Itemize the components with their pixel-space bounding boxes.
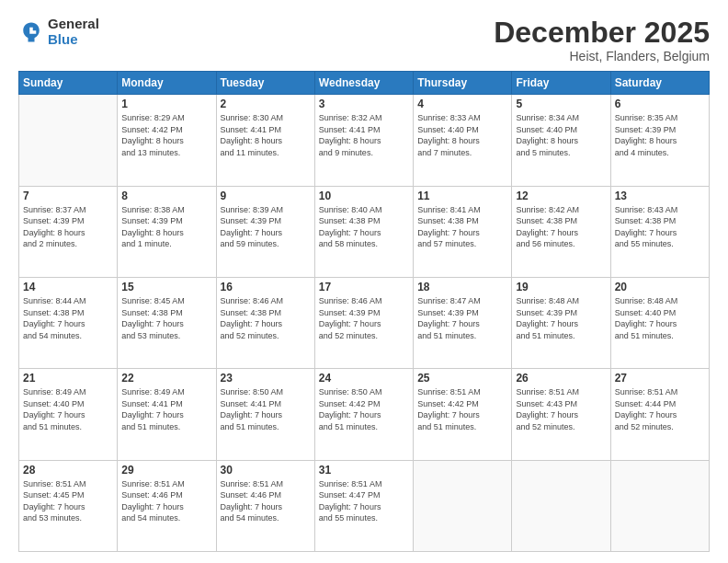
calendar-week-row: 28Sunrise: 8:51 AMSunset: 4:45 PMDayligh… [19, 460, 710, 551]
day-number: 2 [221, 98, 311, 110]
day-number: 21 [23, 372, 113, 385]
table-row: 22Sunrise: 8:49 AMSunset: 4:41 PMDayligh… [118, 369, 216, 460]
day-info: Sunrise: 8:40 AMSunset: 4:38 PMDaylight:… [319, 204, 409, 250]
table-row [414, 460, 512, 551]
table-row: 26Sunrise: 8:51 AMSunset: 4:43 PMDayligh… [512, 369, 610, 460]
table-row: 13Sunrise: 8:43 AMSunset: 4:38 PMDayligh… [610, 186, 709, 277]
day-info: Sunrise: 8:35 AMSunset: 4:39 PMDaylight:… [615, 112, 705, 158]
table-row: 19Sunrise: 8:48 AMSunset: 4:39 PMDayligh… [512, 277, 610, 368]
day-info: Sunrise: 8:51 AMSunset: 4:42 PMDaylight:… [417, 386, 507, 432]
day-number: 23 [221, 372, 311, 385]
table-row: 30Sunrise: 8:51 AMSunset: 4:46 PMDayligh… [216, 460, 314, 551]
table-row: 29Sunrise: 8:51 AMSunset: 4:46 PMDayligh… [118, 460, 216, 551]
day-info: Sunrise: 8:43 AMSunset: 4:38 PMDaylight:… [615, 204, 705, 250]
col-saturday: Saturday [610, 72, 709, 95]
day-info: Sunrise: 8:51 AMSunset: 4:43 PMDaylight:… [516, 386, 606, 432]
day-number: 15 [121, 281, 211, 293]
day-info: Sunrise: 8:30 AMSunset: 4:41 PMDaylight:… [221, 112, 311, 158]
day-number: 28 [23, 464, 113, 477]
table-row: 9Sunrise: 8:39 AMSunset: 4:39 PMDaylight… [216, 186, 314, 277]
col-wednesday: Wednesday [314, 72, 413, 95]
table-row: 31Sunrise: 8:51 AMSunset: 4:47 PMDayligh… [314, 460, 413, 551]
day-info: Sunrise: 8:49 AMSunset: 4:41 PMDaylight:… [121, 386, 211, 432]
table-row: 4Sunrise: 8:33 AMSunset: 4:40 PMDaylight… [414, 95, 512, 186]
table-row: 14Sunrise: 8:44 AMSunset: 4:38 PMDayligh… [19, 277, 118, 368]
day-info: Sunrise: 8:33 AMSunset: 4:40 PMDaylight:… [417, 112, 507, 158]
day-info: Sunrise: 8:47 AMSunset: 4:39 PMDaylight:… [417, 295, 507, 341]
table-row: 17Sunrise: 8:46 AMSunset: 4:39 PMDayligh… [314, 277, 413, 368]
calendar-table: Sunday Monday Tuesday Wednesday Thursday… [18, 71, 710, 552]
day-info: Sunrise: 8:51 AMSunset: 4:47 PMDaylight:… [319, 478, 409, 524]
day-info: Sunrise: 8:34 AMSunset: 4:40 PMDaylight:… [516, 112, 606, 158]
table-row: 27Sunrise: 8:51 AMSunset: 4:44 PMDayligh… [610, 369, 709, 460]
table-row: 1Sunrise: 8:29 AMSunset: 4:42 PMDaylight… [118, 95, 216, 186]
logo: General Blue [18, 17, 99, 47]
day-info: Sunrise: 8:37 AMSunset: 4:39 PMDaylight:… [23, 204, 113, 250]
table-row: 6Sunrise: 8:35 AMSunset: 4:39 PMDaylight… [610, 95, 709, 186]
table-row: 8Sunrise: 8:38 AMSunset: 4:39 PMDaylight… [118, 186, 216, 277]
day-number: 31 [319, 464, 409, 477]
day-info: Sunrise: 8:48 AMSunset: 4:39 PMDaylight:… [516, 295, 606, 341]
col-thursday: Thursday [414, 72, 512, 95]
calendar-header-row: Sunday Monday Tuesday Wednesday Thursday… [19, 72, 710, 95]
table-row: 2Sunrise: 8:30 AMSunset: 4:41 PMDaylight… [216, 95, 314, 186]
day-number: 17 [319, 281, 409, 293]
location-subtitle: Heist, Flanders, Belgium [494, 49, 710, 63]
day-info: Sunrise: 8:50 AMSunset: 4:42 PMDaylight:… [319, 386, 409, 432]
table-row: 15Sunrise: 8:45 AMSunset: 4:38 PMDayligh… [118, 277, 216, 368]
header: General Blue December 2025 Heist, Flande… [18, 17, 710, 63]
day-info: Sunrise: 8:51 AMSunset: 4:46 PMDaylight:… [121, 478, 211, 524]
day-info: Sunrise: 8:51 AMSunset: 4:45 PMDaylight:… [23, 478, 113, 524]
day-info: Sunrise: 8:32 AMSunset: 4:41 PMDaylight:… [319, 112, 409, 158]
col-friday: Friday [512, 72, 610, 95]
col-sunday: Sunday [19, 72, 118, 95]
day-number: 7 [23, 190, 113, 202]
day-number: 20 [615, 281, 705, 293]
table-row: 12Sunrise: 8:42 AMSunset: 4:38 PMDayligh… [512, 186, 610, 277]
table-row: 20Sunrise: 8:48 AMSunset: 4:40 PMDayligh… [610, 277, 709, 368]
table-row [19, 95, 118, 186]
calendar-week-row: 1Sunrise: 8:29 AMSunset: 4:42 PMDaylight… [19, 95, 710, 186]
day-number: 24 [319, 372, 409, 385]
table-row: 16Sunrise: 8:46 AMSunset: 4:38 PMDayligh… [216, 277, 314, 368]
month-title: December 2025 [494, 17, 710, 49]
day-number: 30 [221, 464, 311, 477]
table-row: 3Sunrise: 8:32 AMSunset: 4:41 PMDaylight… [314, 95, 413, 186]
col-tuesday: Tuesday [216, 72, 314, 95]
title-block: December 2025 Heist, Flanders, Belgium [494, 17, 710, 63]
day-number: 5 [516, 98, 606, 110]
table-row [610, 460, 709, 551]
day-info: Sunrise: 8:51 AMSunset: 4:44 PMDaylight:… [615, 386, 705, 432]
day-number: 8 [121, 190, 211, 202]
table-row: 23Sunrise: 8:50 AMSunset: 4:41 PMDayligh… [216, 369, 314, 460]
table-row: 25Sunrise: 8:51 AMSunset: 4:42 PMDayligh… [414, 369, 512, 460]
page: General Blue December 2025 Heist, Flande… [0, 0, 728, 563]
day-info: Sunrise: 8:49 AMSunset: 4:40 PMDaylight:… [23, 386, 113, 432]
table-row: 21Sunrise: 8:49 AMSunset: 4:40 PMDayligh… [19, 369, 118, 460]
day-number: 26 [516, 372, 606, 385]
day-number: 9 [221, 190, 311, 202]
day-number: 22 [121, 372, 211, 385]
day-info: Sunrise: 8:42 AMSunset: 4:38 PMDaylight:… [516, 204, 606, 250]
table-row: 18Sunrise: 8:47 AMSunset: 4:39 PMDayligh… [414, 277, 512, 368]
day-number: 4 [417, 98, 507, 110]
table-row: 28Sunrise: 8:51 AMSunset: 4:45 PMDayligh… [19, 460, 118, 551]
day-number: 14 [23, 281, 113, 293]
table-row: 7Sunrise: 8:37 AMSunset: 4:39 PMDaylight… [19, 186, 118, 277]
day-number: 6 [615, 98, 705, 110]
table-row [512, 460, 610, 551]
logo-blue-text: Blue [48, 32, 99, 48]
logo-text: General Blue [48, 17, 99, 47]
day-number: 1 [121, 98, 211, 110]
day-info: Sunrise: 8:44 AMSunset: 4:38 PMDaylight:… [23, 295, 113, 341]
col-monday: Monday [118, 72, 216, 95]
logo-general-text: General [48, 17, 99, 32]
day-number: 12 [516, 190, 606, 202]
table-row: 10Sunrise: 8:40 AMSunset: 4:38 PMDayligh… [314, 186, 413, 277]
day-number: 27 [615, 372, 705, 385]
day-info: Sunrise: 8:38 AMSunset: 4:39 PMDaylight:… [121, 204, 211, 250]
calendar-week-row: 21Sunrise: 8:49 AMSunset: 4:40 PMDayligh… [19, 369, 710, 460]
day-number: 3 [319, 98, 409, 110]
day-info: Sunrise: 8:51 AMSunset: 4:46 PMDaylight:… [221, 478, 311, 524]
day-number: 10 [319, 190, 409, 202]
